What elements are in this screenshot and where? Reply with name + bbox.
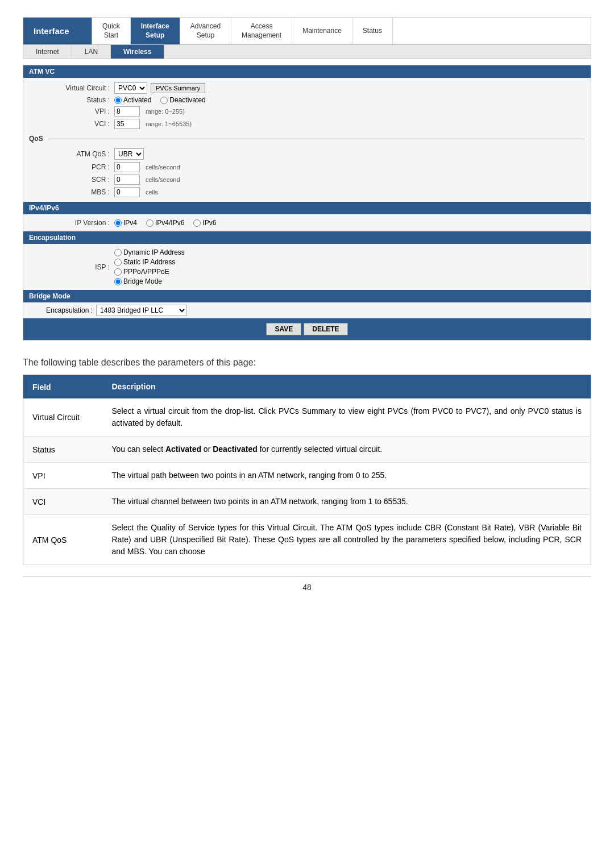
isp-bridge-text: Bridge Mode [123,277,162,285]
nav-item-advanced-setup[interactable]: AdvancedSetup [180,18,231,44]
ipv4-radio[interactable] [114,219,122,227]
bridge-mode-header: Bridge Mode [23,290,591,302]
scr-hint: cells/second [146,176,180,183]
scr-row: SCR : cells/second [46,175,591,185]
virtual-circuit-row: Virtual Circuit : PVC0 PVC1 PVC2 PVC3 PV… [46,82,591,94]
vci-row: VCI : range: 1~65535) [46,119,591,129]
ipv4ipv6-label[interactable]: IPv4/IPv6 [146,219,184,227]
ipv4-label[interactable]: IPv4 [114,219,137,227]
field-vpi: VPI [23,463,103,489]
vci-controls: range: 1~65535) [114,119,192,129]
atm-qos-label: ATM QoS : [46,150,114,158]
pcr-label: PCR : [46,163,114,171]
isp-bridge-label[interactable]: Bridge Mode [114,277,185,285]
nav-items: QuickStart InterfaceSetup AdvancedSetup … [92,18,591,44]
nav-item-status[interactable]: Status [352,18,393,44]
table-row: Virtual Circuit Select a virtual circuit… [23,398,591,437]
atm-qos-controls: UBR CBR VBR [114,148,144,160]
ip-version-row: IP Version : IPv4 IPv4/IPv6 IPv6 [46,219,591,227]
vpi-row: VPI : range: 0~255) [46,106,591,117]
save-button[interactable]: SAVE [266,323,301,335]
qos-label: QoS [29,135,48,143]
nav-sub-wireless[interactable]: Wireless [111,45,164,59]
isp-pppoa-radio[interactable] [114,268,122,276]
status-activated-radio[interactable] [114,97,122,104]
ipv4ipv6-text: IPv4/IPv6 [155,219,184,227]
isp-static-radio[interactable] [114,259,122,266]
vpi-label: VPI : [46,107,114,115]
ipv4ipv6-section: IP Version : IPv4 IPv4/IPv6 IPv6 [23,214,591,231]
status-row: Status : Activated Deactivated [46,96,591,104]
main-panel: ATM VC Virtual Circuit : PVC0 PVC1 PVC2 … [23,65,591,340]
nav-item-access-management[interactable]: AccessManagement [231,18,292,44]
description-intro: The following table describes the parame… [23,358,591,368]
isp-pppoa-text: PPPoA/PPPoE [123,268,169,276]
vci-hint: range: 1~65535) [146,121,192,127]
mbs-input[interactable] [114,187,140,197]
table-row: VPI The virtual path between two points … [23,463,591,489]
table-header-desc: Description [103,375,591,399]
virtual-circuit-select[interactable]: PVC0 PVC1 PVC2 PVC3 PVC4 PVC5 PVC6 PVC7 [114,82,147,94]
table-row: VCI The virtual channel between two poin… [23,489,591,515]
table-row: Status You can select Activated or Deact… [23,437,591,463]
mbs-controls: cells [114,187,158,197]
scr-label: SCR : [46,176,114,184]
delete-button[interactable]: DELETE [304,323,347,335]
pcr-input[interactable] [114,162,140,172]
scr-input[interactable] [114,175,140,185]
ip-version-controls: IPv4 IPv4/IPv6 IPv6 [114,219,222,227]
ipv4-text: IPv4 [123,219,137,227]
mbs-label: MBS : [46,188,114,196]
pcr-controls: cells/second [114,162,180,172]
encap-row: Encapsulation : 1483 Bridged IP LLC 1483… [23,302,591,318]
ipv6-radio[interactable] [193,219,201,227]
mbs-row: MBS : cells [46,187,591,197]
table-row: ATM QoS Select the Quality of Service ty… [23,515,591,565]
nav-sub-lan[interactable]: LAN [72,45,111,59]
qos-divider-row: QoS [23,134,591,144]
ipv4ipv6-header: IPv4/IPv6 [23,202,591,214]
nav-brand: Interface [23,18,92,44]
encap-select[interactable]: 1483 Bridged IP LLC 1483 Bridged IP VC-M… [96,305,187,316]
atm-qos-select[interactable]: UBR CBR VBR [114,148,144,160]
page-number: 48 [23,576,591,592]
pvcs-summary-button[interactable]: PVCs Summary [151,83,205,93]
status-activated-text: Activated [123,96,151,104]
isp-pppoa-label[interactable]: PPPoA/PPPoE [114,268,185,276]
encapsulation-section: ISP : Dynamic IP Address Static IP Addre… [23,244,591,290]
mbs-hint: cells [146,189,158,196]
field-atm-qos: ATM QoS [23,515,103,565]
ipv4ipv6-radio[interactable] [146,219,154,227]
btn-row: SAVE DELETE [23,318,591,340]
nav-item-quick-start[interactable]: QuickStart [92,18,131,44]
vci-label: VCI : [46,120,114,128]
pcr-row: PCR : cells/second [46,162,591,172]
isp-dynamic-label[interactable]: Dynamic IP Address [114,248,185,256]
desc-atm-qos: Select the Quality of Service types for … [103,515,591,565]
virtual-circuit-controls: PVC0 PVC1 PVC2 PVC3 PVC4 PVC5 PVC6 PVC7 … [114,82,205,94]
isp-bridge-radio[interactable] [114,278,122,285]
status-deactivated-label[interactable]: Deactivated [160,96,205,104]
vci-input[interactable] [114,119,140,129]
field-virtual-circuit: Virtual Circuit [23,398,103,437]
virtual-circuit-label: Virtual Circuit : [46,84,114,92]
status-deactivated-radio[interactable] [160,97,168,104]
isp-static-text: Static IP Address [123,258,175,266]
status-label: Status : [46,96,114,104]
nav-sub-internet[interactable]: Internet [23,45,72,59]
field-status: Status [23,437,103,463]
vpi-input[interactable] [114,106,140,117]
isp-row: ISP : Dynamic IP Address Static IP Addre… [46,248,591,285]
desc-virtual-circuit: Select a virtual circuit from the drop-l… [103,398,591,437]
isp-static-label[interactable]: Static IP Address [114,258,185,266]
ipv6-label[interactable]: IPv6 [193,219,216,227]
atm-qos-row: ATM QoS : UBR CBR VBR [46,148,591,160]
field-vci: VCI [23,489,103,515]
qos-section: ATM QoS : UBR CBR VBR PCR : cells/second… [23,144,591,202]
nav-item-interface-setup[interactable]: InterfaceSetup [131,18,180,44]
isp-dynamic-radio[interactable] [114,249,122,256]
pcr-hint: cells/second [146,164,180,171]
status-activated-label[interactable]: Activated [114,96,151,104]
nav-top-bar: Interface QuickStart InterfaceSetup Adva… [23,18,591,44]
nav-item-maintenance[interactable]: Maintenance [292,18,352,44]
